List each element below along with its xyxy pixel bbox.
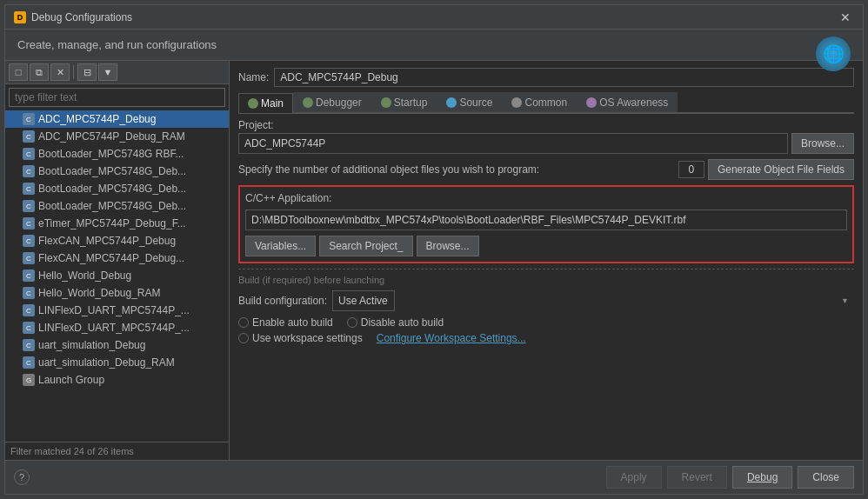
tab-main[interactable]: Main (238, 93, 293, 113)
window-close-button[interactable]: ✕ (837, 10, 854, 24)
list-item[interactable]: C BootLoader_MPC5748G_Deb... (5, 197, 229, 215)
title-bar: D Debug Configurations ✕ (5, 5, 863, 30)
tree-item-label: Hello_World_Debug_RAM (38, 287, 161, 299)
tree-list: C ADC_MPC5744P_Debug C ADC_MPC5744P_Debu… (5, 110, 229, 442)
list-item[interactable]: C BootLoader_MPC5748G_Deb... (5, 180, 229, 197)
header-section: Create, manage, and run configurations 🌐 (5, 30, 863, 61)
collapse-button[interactable]: ⊟ (77, 63, 97, 81)
config-icon: C (23, 235, 35, 247)
delete-config-button[interactable]: ✕ (50, 63, 70, 81)
app-path-input[interactable] (245, 210, 847, 230)
debug-button[interactable]: Debug (732, 466, 792, 489)
list-item[interactable]: C Hello_World_Debug (5, 267, 229, 284)
list-item[interactable]: C BootLoader_MPC5748G RBF... (5, 145, 229, 163)
build-config-label: Build configuration: (238, 295, 327, 307)
list-item[interactable]: G Launch Group (5, 371, 229, 389)
tab-common-icon (511, 97, 522, 108)
tab-startup-label: Startup (394, 96, 428, 109)
list-item[interactable]: C LINFlexD_UART_MPC5744P_... (5, 319, 229, 336)
title-bar-left: D Debug Configurations (14, 11, 132, 23)
config-icon: C (23, 304, 35, 316)
tree-item-label: LINFlexD_UART_MPC5744P_... (38, 322, 190, 334)
bottom-right: Apply Revert Debug Close (606, 466, 854, 489)
toolbar-separator (73, 65, 74, 79)
list-item[interactable]: C eTimer_MPC5744P_Debug_F... (5, 215, 229, 232)
close-button[interactable]: Close (798, 466, 854, 489)
app-label: C/C++ Application: (245, 192, 847, 204)
tab-startup-icon (381, 97, 391, 108)
build-section: Build (if required) before launching Bui… (238, 269, 854, 344)
config-icon: C (23, 287, 35, 299)
help-button[interactable]: ? (14, 469, 30, 485)
tab-debugger[interactable]: Debugger (293, 92, 371, 112)
tab-startup[interactable]: Startup (371, 92, 437, 112)
search-project-button[interactable]: Search Project_ (319, 236, 412, 256)
config-icon: C (23, 183, 35, 195)
list-item[interactable]: C Hello_World_Debug_RAM (5, 284, 229, 302)
variables-button[interactable]: Variables... (245, 236, 316, 256)
tree-item-label: uart_simulation_Debug (38, 339, 145, 351)
project-input-row: Browse... (238, 133, 854, 154)
config-name-input[interactable] (274, 68, 854, 87)
expand-button[interactable]: ▼ (98, 63, 117, 81)
tab-source-icon (446, 97, 457, 108)
new-config-button[interactable]: □ (9, 63, 28, 81)
build-config-select[interactable]: Use Active (332, 290, 395, 311)
tree-item-label: BootLoader_MPC5748G_Deb... (38, 183, 186, 195)
tab-debugger-label: Debugger (316, 96, 362, 109)
list-item[interactable]: C ADC_MPC5744P_Debug_RAM (5, 128, 229, 145)
radio-row-2: Use workspace settings Configure Workspa… (238, 332, 854, 344)
list-item[interactable]: C FlexCAN_MPC5744P_Debug (5, 232, 229, 250)
tree-item-label: LINFlexD_UART_MPC5744P_... (38, 304, 190, 316)
tab-os-awareness[interactable]: OS Awareness (577, 92, 678, 112)
config-icon: C (23, 356, 35, 369)
disable-auto-build-radio[interactable]: Disable auto build (347, 316, 444, 329)
configure-workspace-link[interactable]: Configure Workspace Settings... (377, 332, 526, 344)
tab-source-label: Source (459, 96, 492, 109)
tab-main-label: Main (261, 97, 284, 110)
apply-button[interactable]: Apply (606, 466, 662, 489)
list-item[interactable]: C uart_simulation_Debug (5, 336, 229, 354)
app-path-row (245, 210, 847, 230)
header-title: Create, manage, and run configurations (17, 38, 851, 51)
list-item[interactable]: C LINFlexD_UART_MPC5744P_... (5, 302, 229, 319)
project-browse-button[interactable]: Browse... (791, 133, 854, 154)
list-item[interactable]: C BootLoader_MPC5748G_Deb... (5, 163, 229, 180)
workspace-settings-label: Use workspace settings (252, 332, 363, 344)
project-input[interactable] (238, 133, 788, 154)
name-label: Name: (238, 71, 269, 83)
build-config-wrapper: Use Active (332, 290, 854, 311)
disable-auto-build-label: Disable auto build (361, 316, 444, 329)
tree-item-label: ADC_MPC5744P_Debug_RAM (38, 130, 185, 143)
form-section: Project: Browse... Specify the number of… (238, 119, 854, 344)
radio-group: Enable auto build Disable auto build Use… (238, 316, 854, 344)
copy-config-button[interactable]: ⧉ (30, 63, 49, 81)
revert-button[interactable]: Revert (667, 466, 727, 489)
generate-button[interactable]: Generate Object File Fields (708, 159, 854, 180)
tree-item-label: BootLoader_MPC5748G_Deb... (38, 165, 186, 177)
enable-auto-build-radio[interactable]: Enable auto build (238, 316, 333, 329)
tab-common[interactable]: Common (502, 92, 577, 112)
radio-circle-disable (347, 317, 357, 328)
tree-item-label: Hello_World_Debug (38, 269, 131, 282)
dialog-icon: D (14, 11, 26, 23)
workspace-settings-radio[interactable]: Use workspace settings (238, 332, 363, 344)
bottom-left: ? (14, 469, 30, 485)
list-item[interactable]: C FlexCAN_MPC5744P_Debug... (5, 250, 229, 267)
config-icon: C (23, 113, 35, 125)
name-row: Name: (238, 68, 854, 87)
filter-input[interactable] (9, 88, 225, 107)
app-browse-button[interactable]: Browse... (417, 236, 479, 256)
config-icon: C (23, 148, 35, 160)
tree-item-label: FlexCAN_MPC5744P_Debug... (38, 252, 184, 264)
project-row: Project: Browse... (238, 119, 854, 154)
left-panel: □ ⧉ ✕ ⊟ ▼ C ADC_MPC5744P_Debug C ADC_MPC… (5, 61, 230, 460)
config-icon: C (23, 269, 35, 282)
list-item[interactable]: C ADC_MPC5744P_Debug (5, 110, 229, 128)
debug-configurations-dialog: D Debug Configurations ✕ Create, manage,… (4, 4, 864, 495)
tree-item-label: uart_simulation_Debug_RAM (38, 356, 175, 369)
right-panel: Name: Main Debugger Startup (230, 61, 863, 460)
list-item[interactable]: C uart_simulation_Debug_RAM (5, 354, 229, 371)
object-files-count[interactable] (678, 161, 704, 178)
tab-source[interactable]: Source (437, 92, 502, 112)
